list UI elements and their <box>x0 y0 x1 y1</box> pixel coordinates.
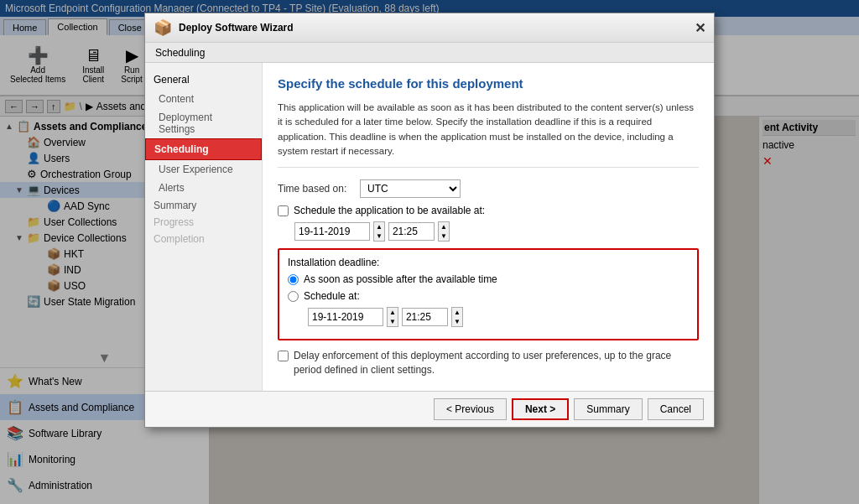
radio-asap-label: As soon as possible after the available … <box>304 273 497 285</box>
schedule-date-spin-up[interactable]: ▲ <box>374 222 384 231</box>
dialog-close-button[interactable]: ✕ <box>695 20 705 36</box>
deadline-date-spin[interactable]: ▲ ▼ <box>387 307 398 327</box>
dialog-nav-content[interactable]: Content <box>145 90 262 108</box>
dialog-nav-general[interactable]: General <box>145 70 262 90</box>
dialog-nav-deployment-settings[interactable]: Deployment Settings <box>145 108 262 138</box>
schedule-checkbox-row: Schedule the application to be available… <box>278 205 699 216</box>
time-based-select[interactable]: UTC <box>360 179 461 198</box>
dialog-nav-alerts[interactable]: Alerts <box>145 179 262 197</box>
dialog-subtitle: Scheduling <box>145 43 714 63</box>
cancel-button[interactable]: Cancel <box>648 398 704 420</box>
next-button[interactable]: Next > <box>512 398 569 420</box>
time-based-row: Time based on: UTC <box>278 179 699 198</box>
installation-deadline-box: Installation deadline: As soon as possib… <box>278 248 699 340</box>
deadline-time-spin-down[interactable]: ▼ <box>452 317 462 326</box>
deadline-time-input[interactable] <box>402 308 448 326</box>
radio-asap[interactable] <box>288 274 299 285</box>
dialog-subtitle-text: Scheduling <box>155 47 205 59</box>
radio-asap-row: As soon as possible after the available … <box>288 273 689 285</box>
time-based-label: Time based on: <box>278 183 353 195</box>
schedule-time-spin-up[interactable]: ▲ <box>439 222 449 231</box>
dialog-description: This application will be available as so… <box>278 101 699 168</box>
schedule-date-spin[interactable]: ▲ ▼ <box>373 221 385 242</box>
dialog-nav-scheduling[interactable]: Scheduling <box>145 138 262 160</box>
dialog-content: Specify the schedule for this deployment… <box>263 63 714 391</box>
summary-button[interactable]: Summary <box>574 398 642 420</box>
schedule-checkbox-label: Schedule the application to be available… <box>294 205 485 216</box>
dialog-body: General Content Deployment Settings Sche… <box>145 63 714 391</box>
deadline-time-spin[interactable]: ▲ ▼ <box>451 307 463 327</box>
dialog-nav-summary[interactable]: Summary <box>145 197 262 214</box>
dialog-title: 📦 Deploy Software Wizard <box>154 18 294 37</box>
dialog: 📦 Deploy Software Wizard ✕ Scheduling Ge… <box>144 13 715 428</box>
dialog-overlay: 📦 Deploy Software Wizard ✕ Scheduling Ge… <box>0 0 859 504</box>
delay-enforcement-checkbox[interactable] <box>278 351 289 361</box>
dialog-footer: < Previous Next > Summary Cancel <box>145 391 714 427</box>
radio-schedule-label: Schedule at: <box>304 290 360 302</box>
schedule-date-spin-down[interactable]: ▼ <box>374 231 384 241</box>
dialog-nav-user-experience[interactable]: User Experience <box>145 160 262 179</box>
deadline-datetime-row: ▲ ▼ ▲ ▼ <box>308 307 689 327</box>
installation-deadline-label: Installation deadline: <box>288 257 689 268</box>
dialog-nav-completion: Completion <box>145 231 262 247</box>
dialog-title-bar: 📦 Deploy Software Wizard ✕ <box>145 13 714 43</box>
dialog-nav-progress: Progress <box>145 214 262 231</box>
delay-enforcement-row: Delay enforcement of this deployment acc… <box>278 349 699 377</box>
schedule-datetime-row: ▲ ▼ ▲ ▼ <box>294 221 699 242</box>
dialog-icon: 📦 <box>154 18 172 37</box>
schedule-time-spin[interactable]: ▲ ▼ <box>438 221 450 242</box>
deadline-time-spin-up[interactable]: ▲ <box>452 308 462 317</box>
deadline-date-input[interactable] <box>308 308 383 326</box>
dialog-heading: Specify the schedule for this deployment <box>278 76 699 91</box>
schedule-time-spin-down[interactable]: ▼ <box>439 231 449 241</box>
prev-button[interactable]: < Previous <box>434 398 507 420</box>
dialog-sidebar: General Content Deployment Settings Sche… <box>145 63 263 391</box>
dialog-title-text: Deploy Software Wizard <box>179 22 294 34</box>
schedule-checkbox[interactable] <box>278 205 289 216</box>
deadline-date-spin-down[interactable]: ▼ <box>388 317 398 326</box>
radio-schedule-row: Schedule at: <box>288 290 689 302</box>
delay-enforcement-label: Delay enforcement of this deployment acc… <box>294 349 699 377</box>
schedule-time-input[interactable] <box>388 222 435 241</box>
schedule-date-input[interactable] <box>294 222 370 241</box>
radio-schedule[interactable] <box>288 291 299 302</box>
deadline-date-spin-up[interactable]: ▲ <box>388 308 398 317</box>
